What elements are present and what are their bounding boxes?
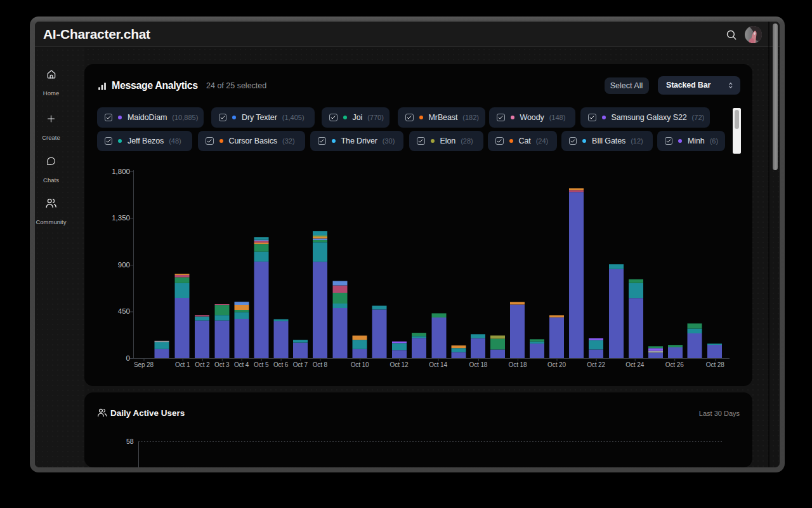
svg-text:1,800: 1,800 <box>112 168 130 175</box>
svg-text:Oct 26: Oct 26 <box>665 361 684 368</box>
svg-text:Oct 10: Oct 10 <box>351 361 369 368</box>
svg-text:Oct 4: Oct 4 <box>234 361 249 368</box>
svg-text:Oct 7: Oct 7 <box>293 361 308 368</box>
svg-text:Oct 3: Oct 3 <box>214 361 230 368</box>
svg-text:450: 450 <box>118 307 130 315</box>
svg-text:900: 900 <box>118 261 130 269</box>
svg-text:Oct 18: Oct 18 <box>469 361 487 368</box>
svg-text:Oct 24: Oct 24 <box>625 361 644 368</box>
svg-text:Oct 18: Oct 18 <box>509 361 527 368</box>
svg-text:Oct 28: Oct 28 <box>706 361 724 368</box>
svg-text:Oct 8: Oct 8 <box>313 361 328 368</box>
svg-text:Oct 20: Oct 20 <box>547 361 566 368</box>
svg-text:Oct 14: Oct 14 <box>429 361 447 368</box>
svg-text:Oct 5: Oct 5 <box>254 361 269 368</box>
svg-text:Sep 28: Sep 28 <box>134 361 154 368</box>
svg-text:0: 0 <box>126 354 130 362</box>
svg-text:Oct 2: Oct 2 <box>195 361 210 368</box>
svg-text:Oct 22: Oct 22 <box>587 361 605 368</box>
svg-text:Oct 6: Oct 6 <box>273 361 289 368</box>
svg-text:Oct 12: Oct 12 <box>390 361 409 368</box>
svg-text:1,350: 1,350 <box>112 214 130 222</box>
svg-text:Oct 1: Oct 1 <box>175 361 190 368</box>
